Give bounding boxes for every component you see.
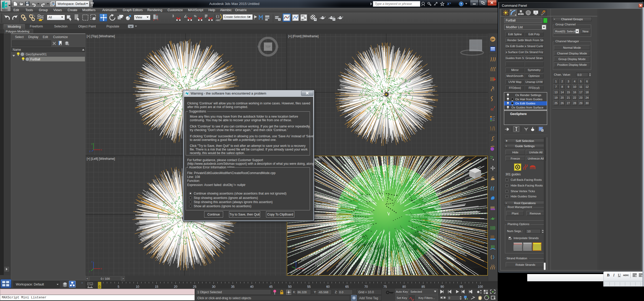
svg-text:x: x [303, 267, 305, 270]
svg-text:20: 20 [174, 285, 178, 289]
svg-text:35: 35 [231, 285, 235, 289]
svg-text:x: x [101, 267, 102, 270]
svg-text:100: 100 [478, 285, 483, 289]
svg-text:MAX: MAX [2, 9, 8, 11]
svg-text:x: x [101, 148, 102, 151]
svg-text:65: 65 [345, 285, 349, 289]
svg-text:?: ? [460, 2, 462, 6]
svg-text:75: 75 [383, 285, 387, 289]
svg-text:y: y [91, 142, 93, 145]
svg-text:60: 60 [326, 285, 330, 289]
svg-text:ABC: ABC [216, 19, 221, 22]
svg-text:25: 25 [193, 285, 197, 289]
svg-text:55: 55 [307, 285, 311, 289]
svg-text:%: % [194, 15, 197, 18]
svg-text:50: 50 [288, 285, 292, 289]
svg-text:0: 0 [99, 285, 100, 289]
svg-text:y: y [89, 270, 90, 273]
svg-text:TOP: TOP [265, 45, 271, 48]
svg-text:z: z [89, 150, 91, 153]
svg-text:30: 30 [212, 285, 216, 289]
svg-text:W: W [257, 45, 260, 48]
svg-text:10: 10 [136, 285, 139, 289]
svg-text:E: E [277, 45, 279, 48]
svg-text:{|: {| [216, 15, 220, 18]
svg-text:QH: QH [491, 38, 494, 41]
svg-text:3: 3 [172, 14, 174, 18]
svg-text:95: 95 [460, 285, 463, 289]
svg-text:70: 70 [364, 285, 368, 289]
svg-text:5: 5 [118, 285, 119, 289]
svg-text:15: 15 [155, 285, 158, 289]
svg-text:90: 90 [440, 285, 444, 289]
svg-text:FRONT: FRONT [472, 44, 480, 47]
svg-text:z: z [91, 260, 93, 263]
svg-text:85: 85 [422, 285, 425, 289]
svg-text:45: 45 [269, 285, 273, 289]
svg-text:z: z [294, 260, 295, 263]
svg-text:80: 80 [402, 285, 406, 289]
svg-text:40: 40 [250, 285, 254, 289]
